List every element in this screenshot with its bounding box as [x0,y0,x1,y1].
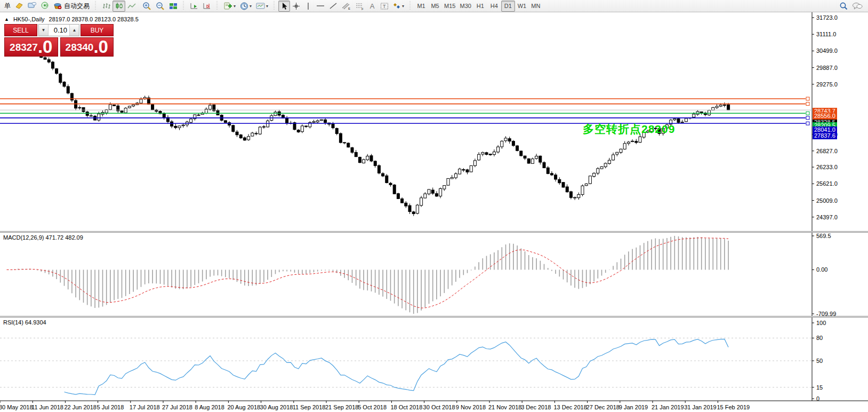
text-tool-button[interactable]: A [366,1,378,12]
price-tick-label: 29275.0 [816,81,838,88]
tf-m1-button[interactable]: M1 [414,1,428,12]
macd-pane-resizer[interactable] [0,231,868,233]
buy-price-button[interactable]: 28340 .0 [60,37,114,57]
cursor-tool-button[interactable] [278,1,290,12]
tf-w1-button[interactable]: W1 [515,1,529,12]
trendline-tool-button[interactable] [327,1,340,12]
sell-button[interactable]: SELL [4,24,37,36]
candle-body [301,126,303,132]
candle-body [124,108,127,113]
candle-body [174,126,177,128]
candle-body [385,176,388,183]
candle-body [324,120,327,122]
candle-body [312,122,315,123]
candle-body [363,160,365,163]
zoom-in-button[interactable] [140,1,154,12]
candle-body [558,179,561,183]
candle-body [347,143,350,147]
auto-scroll-button[interactable] [188,1,200,12]
vline-tool-button[interactable] [302,1,314,12]
candle-body [405,203,407,206]
candle-body [412,212,415,214]
linechart-icon [127,2,136,10]
tf-d1-button[interactable]: D1 [501,1,515,12]
candle-body [262,126,265,127]
search-button[interactable] [837,1,850,12]
zoom-out-button[interactable] [154,1,167,12]
bar-chart-button[interactable] [100,1,112,12]
candle-body [178,126,181,128]
candle-body [151,105,154,110]
toolbar-separator [216,1,219,11]
candle-body [554,175,557,179]
hline-tool-button[interactable] [314,1,327,12]
chevron-down-icon: ▾ [234,4,236,9]
price-chart-canvas[interactable]: 31723.031111.030499.029887.029275.027439… [0,12,868,412]
sell-price-button[interactable]: 28327 .0 [4,37,58,57]
candle-body [708,110,711,115]
sell-price-main: 28327 [10,39,38,56]
candle-body [493,152,495,155]
candle-body [377,165,380,173]
candle-body [574,197,576,198]
candle-body [247,137,250,140]
candle-body [462,170,465,170]
tf-mn-button[interactable]: MN [529,1,543,12]
buy-button[interactable]: BUY [81,24,114,36]
tf-m15-button[interactable]: M15 [442,1,457,12]
candle-body [639,137,641,142]
chat-button[interactable] [850,1,865,12]
tf-m5-button[interactable]: M5 [428,1,442,12]
date-label: 22 Jun 2018 [64,404,97,410]
line-chart-button[interactable] [125,1,138,12]
collapse-panel-icon[interactable]: ▲ [4,17,9,22]
crosshair-tool-button[interactable] [290,1,302,12]
candle-chart-button[interactable] [112,1,125,12]
channel-tool-button[interactable]: E [340,1,353,12]
candle-body [408,205,411,211]
rsi-tick-label: 80 [816,335,823,341]
tf-h1-button[interactable]: H1 [473,1,487,12]
bars-icon [102,2,110,10]
tile-windows-button[interactable] [167,1,180,12]
text-label-tool-button[interactable]: T [378,1,391,12]
tf-m30-button[interactable]: M30 [457,1,473,12]
candle-body [120,111,123,112]
rsi-pane-resizer[interactable] [0,316,868,318]
history-center-button[interactable] [13,1,26,12]
volume-decrease-button[interactable]: ▼ [39,25,48,36]
terminal-button[interactable] [26,1,38,12]
volume-input[interactable] [48,25,70,36]
indicators-button[interactable]: ▾ [221,1,238,12]
candle-body [431,190,434,193]
candle-body [355,152,357,156]
chart-shift-button[interactable] [200,1,213,12]
new-order-button[interactable]: 单 [1,1,13,12]
fibonacci-tool-button[interactable]: F [353,1,366,12]
candle-body [719,105,722,106]
tf-h4-button[interactable]: H4 [487,1,501,12]
volume-stepper: ▼ ▲ [38,24,79,36]
date-label: 27 Dec 2018 [586,404,620,410]
chart-window[interactable]: 31723.031111.030499.029887.029275.027439… [0,12,868,412]
signals-button[interactable] [38,1,51,12]
chart-annotation-text[interactable]: 多空转折点28209 [583,122,675,137]
periods-button[interactable]: ▾ [238,1,254,12]
candle-body [577,195,580,198]
zoom-out-icon [156,2,165,10]
templates-button[interactable]: ▾ [254,1,270,12]
candle-body [297,130,300,132]
candle-body [569,192,572,197]
hline-price-label: 28556.0 [813,113,837,120]
candle-body [320,120,323,121]
candle-body [585,184,588,185]
autotrade-button[interactable]: 自动交易 [51,1,92,12]
volume-increase-button[interactable]: ▲ [70,25,79,36]
candle-body [339,133,342,142]
date-label: 21 Sep 2018 [325,404,358,410]
arrows-tool-button[interactable]: ▾ [391,1,406,12]
candle-body [239,135,242,138]
toolbar-separator [273,1,276,11]
candle-body [382,173,384,176]
candle-body [140,99,142,103]
